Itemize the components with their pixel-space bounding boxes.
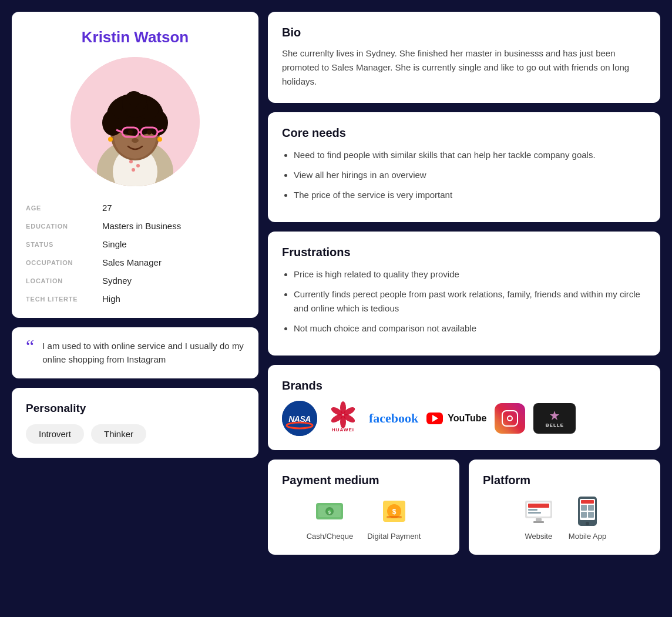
core-needs-title: Core needs xyxy=(282,126,646,140)
tech-value: High xyxy=(102,294,244,304)
list-item: Currently finds perect people from past … xyxy=(294,287,646,316)
svg-point-27 xyxy=(157,137,162,142)
avatar-image xyxy=(70,57,200,186)
svg-point-5 xyxy=(132,168,135,172)
age-label: AGE xyxy=(26,204,102,212)
svg-point-17 xyxy=(126,91,142,105)
avatar xyxy=(70,57,200,186)
list-item: The price of the service is very importa… xyxy=(294,188,646,202)
platform-website: Website xyxy=(523,495,555,541)
svg-rect-60 xyxy=(581,512,587,518)
occupation-value: Sales Manager xyxy=(102,257,244,267)
cash-icon: $ xyxy=(314,495,345,527)
brand-instagram xyxy=(495,403,525,434)
platform-icons: Website xyxy=(483,495,646,541)
svg-rect-61 xyxy=(588,512,594,518)
list-item: View all her hirings in an overview xyxy=(294,168,646,182)
left-column: Kristin Watson xyxy=(12,12,258,555)
brand-nasa: NASA xyxy=(282,401,317,436)
bio-title: Bio xyxy=(282,26,646,39)
svg-point-62 xyxy=(586,522,589,525)
digital-payment-icon: $ xyxy=(378,495,410,527)
right-column: Bio She currenlty lives in Sydney. She f… xyxy=(268,12,660,555)
location-label: LOCATION xyxy=(26,277,102,284)
brands-card: Brands NASA xyxy=(268,365,660,450)
quote-text: I am used to with online service and I u… xyxy=(42,339,244,367)
payment-digital: $ Digital Payment xyxy=(367,495,421,541)
core-needs-card: Core needs Need to find people with simi… xyxy=(268,112,660,222)
mobile-label: Mobile App xyxy=(569,532,606,541)
personality-tags: Introvert Thinker xyxy=(26,424,244,444)
svg-rect-59 xyxy=(588,505,594,511)
mobile-app-icon xyxy=(572,495,603,527)
bio-card: Bio She currenlty lives in Sydney. She f… xyxy=(268,12,660,103)
svg-point-25 xyxy=(132,138,139,143)
svg-text:HUAWEI: HUAWEI xyxy=(332,427,354,432)
personality-tag-introvert: Introvert xyxy=(26,424,84,444)
facebook-icon: facebook xyxy=(369,403,418,434)
website-icon xyxy=(523,495,555,527)
bottom-row: Payment medium $ Cash/Cheque xyxy=(268,460,660,555)
education-value: Masters in Business xyxy=(102,221,244,231)
brand-youtube: YouTube xyxy=(426,403,486,434)
platform-title: Platform xyxy=(483,474,646,487)
brands-title: Brands xyxy=(282,379,646,393)
svg-rect-54 xyxy=(533,521,544,523)
personality-card: Personality Introvert Thinker xyxy=(12,388,258,458)
svg-rect-50 xyxy=(528,504,549,508)
platform-card: Platform xyxy=(469,460,660,555)
svg-rect-58 xyxy=(581,505,587,511)
personality-tag-thinker: Thinker xyxy=(91,424,146,444)
payment-cash: $ Cash/Cheque xyxy=(307,495,354,541)
location-value: Sydney xyxy=(102,276,244,286)
nasa-icon: NASA xyxy=(282,401,317,436)
frustrations-list: Price is high related to quality they pr… xyxy=(282,267,646,336)
svg-rect-51 xyxy=(528,509,537,511)
payment-card: Payment medium $ Cash/Cheque xyxy=(268,460,459,555)
payment-icons: $ Cash/Cheque $ xyxy=(282,495,445,541)
list-item: Price is high related to quality they pr… xyxy=(294,267,646,281)
page-layout: Kristin Watson xyxy=(12,12,660,555)
quote-icon: “ xyxy=(26,337,34,356)
quote-card: “ I am used to with online service and I… xyxy=(12,327,258,378)
svg-rect-53 xyxy=(536,518,542,521)
digital-label: Digital Payment xyxy=(367,532,421,541)
brands-grid: NASA xyxy=(282,401,646,436)
brand-facebook: facebook xyxy=(369,403,418,434)
svg-rect-47 xyxy=(387,516,402,518)
website-label: Website xyxy=(525,532,552,541)
profile-card: Kristin Watson xyxy=(12,12,258,318)
status-label: STATUS xyxy=(26,241,102,248)
svg-text:$: $ xyxy=(329,510,331,515)
huawei-icon: HUAWEI xyxy=(325,401,361,436)
platform-mobile: Mobile App xyxy=(569,495,606,541)
svg-rect-52 xyxy=(528,512,541,514)
tech-label: TECH LITERTE xyxy=(26,296,102,303)
youtube-icon: YouTube xyxy=(426,403,486,434)
brand-belle: BELLE xyxy=(533,403,576,434)
frustrations-card: Frustrations Price is high related to qu… xyxy=(268,232,660,356)
personality-title: Personality xyxy=(26,402,244,415)
instagram-icon xyxy=(495,403,525,434)
bio-text: She currenlty lives in Sydney. She finis… xyxy=(282,46,646,89)
age-value: 27 xyxy=(102,203,244,213)
belle-icon: BELLE xyxy=(533,403,576,434)
youtube-text: YouTube xyxy=(448,413,486,424)
svg-point-26 xyxy=(108,137,113,142)
payment-title: Payment medium xyxy=(282,474,445,487)
profile-details: AGE 27 EDUCATION Masters in Business STA… xyxy=(26,203,244,304)
status-value: Single xyxy=(102,239,244,249)
svg-point-24 xyxy=(147,130,152,135)
core-needs-list: Need to find people with similar skills … xyxy=(282,148,646,202)
svg-text:$: $ xyxy=(392,508,396,516)
svg-point-4 xyxy=(136,164,140,167)
svg-point-23 xyxy=(128,130,133,135)
occupation-label: OCCUPATION xyxy=(26,259,102,266)
svg-point-3 xyxy=(129,160,133,163)
list-item: Need to find people with similar skills … xyxy=(294,148,646,162)
cash-label: Cash/Cheque xyxy=(307,532,354,541)
svg-rect-57 xyxy=(581,500,594,504)
list-item: Not much choice and comparison not avail… xyxy=(294,321,646,336)
profile-name: Kristin Watson xyxy=(82,28,189,46)
youtube-play-icon xyxy=(426,413,443,424)
